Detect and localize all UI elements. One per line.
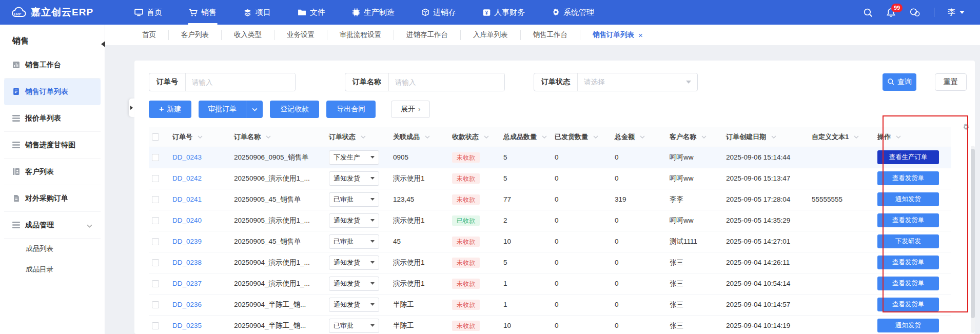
sidebar-item-customer-list[interactable]: 客户列表 [4, 159, 101, 185]
row-action-button[interactable]: 查看发货单 [877, 277, 939, 290]
filter-label: 订单号 [149, 73, 186, 91]
row-action-button[interactable]: 通知发货 [877, 319, 939, 332]
row-checkbox[interactable] [152, 259, 159, 266]
sidebar-item-sales-gantt[interactable]: 销售进度甘特图 [4, 132, 101, 159]
row-checkbox[interactable] [152, 217, 159, 224]
order-id-link[interactable]: DD_0241 [172, 195, 202, 203]
row-action-button[interactable]: 查看发货单 [877, 256, 939, 269]
sort-caret-icon[interactable] [361, 135, 366, 139]
expand-button[interactable]: 展开 › [391, 101, 430, 118]
notifications-bell-icon[interactable]: 99 [886, 8, 896, 17]
tab-6[interactable]: 入库单列表 [460, 30, 520, 40]
nav-item-sales[interactable]: 销售 [178, 0, 228, 25]
order-status-select[interactable]: 已审批 [329, 319, 379, 333]
sidebar-collapse-icon[interactable] [101, 41, 105, 47]
nav-item-home[interactable]: 首页 [123, 0, 173, 25]
sort-caret-icon[interactable] [484, 135, 489, 139]
nav-item-files[interactable]: 文件 [286, 0, 337, 25]
nav-item-manufacture[interactable]: 生产制造 [341, 0, 406, 25]
sort-caret-icon[interactable] [425, 135, 430, 139]
sort-caret-icon[interactable] [854, 135, 859, 139]
sort-caret-icon[interactable] [593, 135, 598, 139]
row-action-button[interactable]: 查看生产订单 [877, 150, 939, 164]
sort-caret-icon[interactable] [542, 135, 547, 139]
sort-caret-icon[interactable] [198, 135, 203, 139]
app-title: 嘉立创云ERP [31, 6, 93, 19]
row-checkbox[interactable] [152, 301, 159, 308]
export-contract-button[interactable]: 导出合同 [326, 101, 376, 118]
tab-1[interactable]: 客户列表 [168, 30, 221, 40]
scrollbar-thumb[interactable] [971, 149, 975, 318]
row-action-button[interactable]: 查看发货单 [877, 298, 939, 311]
order-id-link[interactable]: DD_0239 [172, 238, 202, 245]
row-action-button[interactable]: 下发研发 [877, 234, 939, 248]
sort-caret-icon[interactable] [701, 135, 707, 139]
order-name: 20250905_45_销售单 [234, 195, 301, 203]
order-id-link[interactable]: DD_0242 [172, 174, 202, 182]
order-id-link[interactable]: DD_0240 [172, 217, 202, 224]
order-status-select[interactable]: 下发生产 [329, 150, 379, 165]
nav-item-system[interactable]: 系统管理 [540, 0, 605, 25]
sidebar-item-external-purchase[interactable]: 对外采购订单 [4, 185, 101, 212]
shipped-qty: 0 [555, 259, 559, 266]
column-settings-gear-icon[interactable] [962, 123, 970, 133]
filter-select-2[interactable]: 请选择 [578, 73, 697, 91]
close-tab-icon[interactable]: × [638, 31, 643, 40]
row-action-button[interactable]: 查看发货单 [877, 171, 939, 185]
panel-collapse-icon[interactable] [129, 99, 134, 117]
tab-7[interactable]: 销售工作台 [520, 30, 580, 40]
row-checkbox[interactable] [152, 154, 159, 161]
order-status-select[interactable]: 已审批 [329, 192, 379, 207]
tab-5[interactable]: 进销存工作台 [394, 30, 460, 40]
row-checkbox[interactable] [152, 175, 159, 182]
order-status-select[interactable]: 通知发货 [329, 213, 379, 228]
row-checkbox[interactable] [152, 238, 159, 245]
support-chat-icon[interactable] [909, 8, 920, 17]
order-status-select[interactable]: 通知发货 [329, 256, 379, 270]
register-payment-button[interactable]: 登记收款 [270, 101, 319, 118]
tab-3[interactable]: 业务设置 [274, 30, 327, 40]
sidebar-item-product-mgmt[interactable]: 成品管理 [4, 212, 101, 239]
new-button[interactable]: + 新建 [149, 101, 191, 118]
order-status-select[interactable]: 通知发货 [329, 171, 379, 186]
tab-4[interactable]: 审批流程设置 [327, 30, 394, 40]
filter-input-0[interactable] [186, 73, 295, 91]
sidebar-item-quote-list[interactable]: 报价单列表 [4, 105, 101, 132]
nav-item-hr-finance[interactable]: 人事财务 [472, 0, 536, 25]
row-action-button[interactable]: 通知发货 [877, 192, 939, 206]
sidebar-item-sales-workbench[interactable]: 销售工作台 [4, 52, 101, 78]
row-action-button[interactable]: 查看发货单 [877, 213, 939, 227]
nav-item-inventory[interactable]: 进销存 [410, 0, 467, 25]
order-id-link[interactable]: DD_0235 [172, 322, 202, 329]
created-date: 2025-09-06 15:13:47 [726, 174, 790, 182]
row-checkbox[interactable] [152, 322, 159, 329]
tab-active[interactable]: 销售订单列表× [580, 30, 655, 40]
row-checkbox[interactable] [152, 280, 159, 287]
search-icon[interactable] [863, 8, 873, 17]
nav-item-project[interactable]: 项目 [232, 0, 282, 25]
sort-caret-icon[interactable] [771, 135, 776, 139]
approve-order-button[interactable]: 审批订单 [199, 101, 246, 118]
order-status-select[interactable]: 已审批 [329, 234, 379, 249]
order-id-link[interactable]: DD_0238 [172, 259, 202, 266]
sidebar-item-sales-order-list[interactable]: 销售订单列表 [4, 78, 101, 105]
order-status-select[interactable]: 通知发货 [329, 298, 379, 312]
user-menu[interactable]: 李 [948, 8, 965, 17]
order-status-select[interactable]: 通知发货 [329, 277, 379, 291]
order-id-link[interactable]: DD_0243 [172, 153, 202, 161]
select-all-checkbox[interactable] [152, 133, 159, 141]
sidebar-subitem-product-catalog[interactable]: 成品目录 [0, 259, 105, 280]
tab-2[interactable]: 收入类型 [221, 30, 274, 40]
reset-button[interactable]: 重置 [935, 73, 967, 91]
filter-input-1[interactable] [389, 73, 504, 91]
sidebar-subitem-product-list[interactable]: 成品列表 [0, 239, 105, 259]
sort-caret-icon[interactable] [640, 135, 645, 139]
tab-0[interactable]: 首页 [130, 30, 168, 40]
sort-caret-icon[interactable] [896, 135, 901, 139]
order-id-link[interactable]: DD_0236 [172, 301, 202, 308]
row-checkbox[interactable] [152, 196, 159, 203]
sort-caret-icon[interactable] [266, 135, 271, 139]
approve-order-dropdown-icon[interactable] [246, 101, 263, 118]
order-id-link[interactable]: DD_0237 [172, 280, 202, 287]
query-button[interactable]: 查询 [883, 73, 916, 91]
